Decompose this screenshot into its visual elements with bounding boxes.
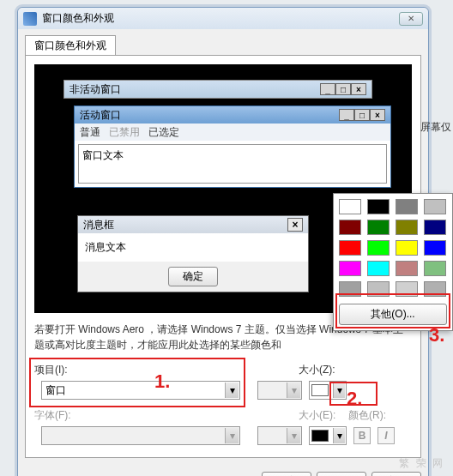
palette-color[interactable] [396,261,418,276]
palette-color[interactable] [339,199,361,214]
chevron-down-icon[interactable]: ▾ [225,383,239,398]
size-label: 大小(Z): [299,363,341,377]
palette-color[interactable] [424,199,446,214]
maximize-icon[interactable]: □ [335,83,351,95]
palette-color[interactable] [367,281,390,297]
minimize-icon[interactable]: _ [339,109,354,121]
palette-grid [339,199,447,297]
watermark: 繁 荣 网 [399,456,444,471]
palette-color[interactable] [424,281,446,297]
message-box-title: 消息框 [83,218,114,232]
tab-strip: 窗口颜色和外观 [25,34,421,55]
palette-color[interactable] [339,261,361,276]
item-combobox[interactable]: 窗口 ▾ [41,381,240,400]
palette-color[interactable] [424,220,446,235]
message-text: 消息文本 [85,241,126,253]
chevron-down-icon: ▾ [225,428,239,443]
tab-colors[interactable]: 窗口颜色和外观 [25,35,116,56]
ok-button[interactable]: 确定 [262,472,311,476]
chevron-down-icon[interactable]: ▾ [333,383,345,398]
menu-bar: 普通 已禁用 已选定 [75,124,390,141]
palette-color[interactable] [367,240,390,256]
close-icon[interactable]: × [370,109,385,121]
size2-combobox: ▾ [257,426,302,445]
close-icon[interactable]: × [351,83,366,95]
minimize-icon[interactable]: _ [320,83,335,95]
apply-button[interactable]: 应用 [371,472,421,476]
spinner-icon: ▾ [287,383,300,398]
palette-color[interactable] [396,240,418,256]
chevron-down-icon[interactable]: ▾ [333,428,345,443]
item-label: 项目(I): [34,363,86,377]
close-icon[interactable]: × [287,218,303,232]
item-value: 窗口 [45,383,66,398]
dialog-footer: 确定 取消 应用 [18,465,428,476]
chevron-down-icon: ▾ [287,428,300,443]
client-area: 窗口文本 [78,144,387,184]
size-spinner: ▾ [257,381,302,400]
font-label: 字体(F): [34,408,86,423]
app-icon [23,12,37,26]
color1-picker[interactable]: ▾ [309,381,347,400]
inactive-window-title: 非活动窗口 [69,82,121,97]
palette-color[interactable] [339,220,361,235]
palette-color[interactable] [367,199,390,214]
menu-disabled: 已禁用 [109,125,140,140]
palette-color[interactable] [424,261,446,276]
menu-selected[interactable]: 已选定 [148,125,179,140]
color2-label: 颜色(R): [348,408,391,423]
palette-color[interactable] [396,281,418,297]
active-window-title: 活动窗口 [80,108,121,123]
palette-color[interactable] [367,220,390,235]
color1-swatch [311,384,329,396]
window-text: 窗口文本 [82,149,124,161]
palette-color[interactable] [396,220,418,235]
active-window: 活动窗口 _ □ × 普通 已禁用 已选定 窗口文本 [74,105,391,188]
other-colors-button[interactable]: 其他(O)... [339,304,447,325]
size2-label: 大小(E): [299,408,341,423]
cancel-button[interactable]: 取消 [317,472,366,476]
msgbox-ok-button[interactable]: 确定 [168,267,218,286]
menu-normal[interactable]: 普通 [80,125,100,140]
palette-color[interactable] [339,240,361,256]
dialog-title: 窗口颜色和外观 [42,11,114,26]
palette-color[interactable] [339,281,361,297]
message-box: 消息框 × 消息文本 确定 [77,215,309,292]
dialog-close-button[interactable]: ✕ [399,12,423,26]
font-combobox: ▾ [41,426,240,445]
dialog-titlebar[interactable]: 窗口颜色和外观 ✕ [18,8,428,29]
inactive-window: 非活动窗口 _ □ × [63,80,372,99]
color-palette-popup[interactable]: 其他(O)... [333,193,453,331]
palette-color[interactable] [367,261,390,276]
color2-swatch [311,430,329,442]
color2-picker[interactable]: ▾ [309,426,347,445]
italic-button: I [378,427,395,444]
palette-color[interactable] [424,240,446,256]
bold-button: B [353,427,371,444]
side-text: 屏幕仅 [420,120,451,135]
maximize-icon[interactable]: □ [354,109,370,121]
palette-color[interactable] [396,199,418,214]
